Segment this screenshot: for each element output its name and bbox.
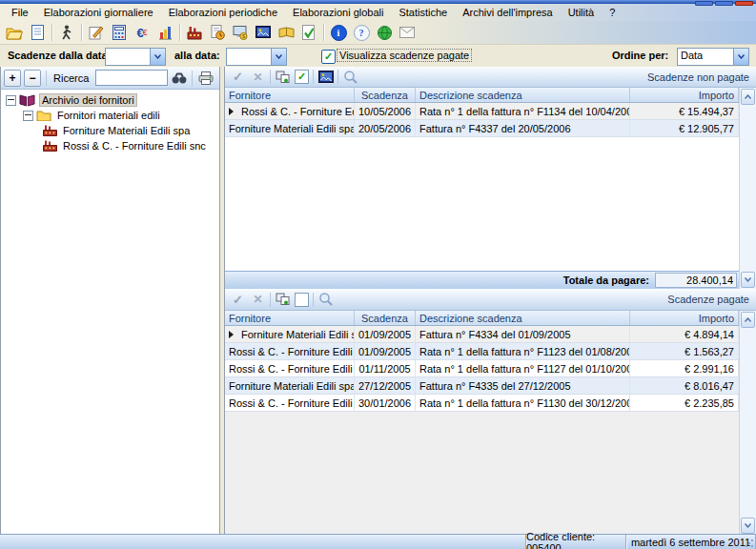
menu-utilita[interactable]: Utilità [561, 5, 603, 20]
document-icon[interactable] [26, 22, 49, 43]
menu-elaborazioni-periodiche[interactable]: Elaborazioni periodiche [161, 5, 285, 20]
cell-importo: € 2.235,85 [630, 395, 739, 411]
window-controls [695, 1, 753, 6]
menu-elaborazioni-giornaliere[interactable]: Elaborazioni giornaliere [36, 5, 161, 20]
factory-icon[interactable] [183, 22, 206, 43]
cancel-icon[interactable]: ✕ [250, 292, 266, 308]
table-row[interactable]: Forniture Materiali Edili spa 01/09/2005… [225, 326, 739, 343]
column-header-fornitore[interactable]: Fornitore [225, 88, 355, 102]
bar-chart-icon[interactable] [153, 22, 176, 43]
maximize-button[interactable] [715, 1, 733, 6]
open-folder-icon[interactable] [3, 22, 26, 43]
unpaid-table: Fornitore Scadenza Descrizione scadenza … [225, 88, 739, 289]
cell-fornitore: Forniture Materiali Edili spa [241, 329, 355, 340]
status-date: martedì 6 settembre 2011 [626, 535, 756, 549]
paid-section: ✓ ✕ Scadenze pagate F [225, 289, 756, 535]
magnifier-icon[interactable] [317, 292, 334, 308]
tree-node-label[interactable]: Fornitori materiali edili [55, 110, 162, 121]
paid-table-header: Fornitore Scadenza Descrizione scadenza … [225, 311, 739, 326]
menu-archivi-impresa[interactable]: Archivi dell'impresa [455, 5, 560, 20]
money-computer-icon[interactable]: $ [229, 22, 252, 43]
remove-supplier-button[interactable]: − [24, 70, 41, 87]
paid-toolbar: ✓ ✕ Scadenze pagate [225, 289, 756, 311]
post-payment-icon[interactable] [275, 69, 291, 85]
table-row[interactable]: Forniture Materiali Edili spa 20/05/2006… [225, 120, 739, 137]
search-label: Ricerca [51, 72, 91, 84]
clock-document-icon[interactable] [206, 22, 229, 43]
check-sheet-icon[interactable] [297, 22, 320, 43]
table-row[interactable]: Rossi & C. - Forniture Edili snc 30/01/2… [225, 395, 739, 412]
table-row[interactable]: Rossi & C. - Forniture Edili snc 01/11/2… [225, 360, 739, 377]
factory-icon [43, 125, 57, 136]
tree-node-label[interactable]: Rossi & C. - Forniture Edili snc [61, 140, 208, 152]
print-icon[interactable] [197, 70, 214, 86]
scroll-up-icon[interactable] [741, 89, 755, 105]
edit-pen-icon[interactable] [85, 22, 108, 43]
walking-person-icon[interactable] [55, 22, 78, 43]
info-icon[interactable]: i [327, 22, 350, 43]
calculator-icon[interactable] [108, 22, 131, 43]
yellow-book-icon[interactable] [275, 22, 297, 43]
scroll-down-icon[interactable] [741, 272, 755, 288]
column-header-importo[interactable]: Importo [630, 88, 739, 102]
globe-icon[interactable] [373, 22, 396, 43]
search-input[interactable] [95, 70, 168, 86]
post-payment-icon[interactable] [275, 292, 291, 308]
chevron-down-icon[interactable] [271, 49, 286, 65]
show-paid-checkbox[interactable]: ✓ [321, 50, 336, 64]
help-icon[interactable]: ? [350, 22, 373, 43]
suppliers-tree: Archivio dei fornitori Fornitori materia… [1, 90, 219, 534]
tree-node-forniture-spa[interactable]: Forniture Materiali Edili spa [1, 123, 219, 138]
table-row[interactable]: Forniture Materiali Edili spa 27/12/2005… [225, 377, 739, 395]
menu-elaborazioni-globali[interactable]: Elaborazioni globali [285, 5, 391, 20]
image-preview-icon[interactable] [317, 69, 334, 85]
tree-node-archivio[interactable]: Archivio dei fornitori [1, 92, 219, 108]
scroll-down-icon[interactable] [741, 518, 755, 534]
close-button[interactable] [735, 1, 753, 6]
confirm-icon[interactable]: ✓ [230, 69, 246, 85]
order-by-combobox[interactable]: Data [677, 48, 749, 66]
scroll-up-icon[interactable] [741, 312, 755, 328]
menu-statistiche[interactable]: Statistiche [391, 5, 455, 20]
unpaid-scrollbar[interactable] [739, 88, 756, 289]
chevron-down-icon[interactable] [150, 49, 165, 65]
to-date-label: alla data: [174, 50, 220, 61]
tree-node-fornitori-materiali[interactable]: Fornitori materiali edili [1, 108, 219, 123]
column-header-fornitore[interactable]: Fornitore [225, 311, 355, 325]
monitor-image-icon[interactable] [252, 22, 275, 43]
tree-node-label[interactable]: Forniture Materiali Edili spa [61, 125, 192, 136]
cell-descrizione: Rata n° 1 della fattura n° F1134 del 10/… [416, 103, 630, 119]
menu-bar: File Elaborazioni giornaliere Elaborazio… [0, 4, 756, 21]
table-row[interactable]: Rossi & C. - Forniture Edili snc 01/09/2… [225, 343, 739, 360]
column-header-importo[interactable]: Importo [630, 311, 739, 325]
collapse-expander[interactable] [23, 111, 33, 121]
envelope-icon[interactable] [396, 22, 419, 43]
toolbar-separator [51, 24, 52, 41]
tree-node-rossi-snc[interactable]: Rossi & C. - Forniture Edili snc [1, 138, 219, 153]
column-header-descrizione[interactable]: Descrizione scadenza [416, 88, 630, 102]
chevron-down-icon[interactable] [733, 49, 748, 65]
minimize-button[interactable] [695, 1, 713, 6]
resize-grip[interactable] [745, 539, 754, 548]
cell-fornitore: Forniture Materiali Edili spa [225, 377, 355, 394]
confirm-icon[interactable]: ✓ [230, 292, 246, 308]
column-header-scadenza[interactable]: Scadenza [355, 88, 416, 102]
column-header-scadenza[interactable]: Scadenza [355, 311, 416, 325]
binoculars-icon[interactable] [171, 70, 187, 86]
cancel-icon[interactable]: ✕ [250, 69, 266, 85]
collapse-expander[interactable] [6, 95, 16, 106]
add-supplier-button[interactable]: + [4, 70, 21, 87]
to-date-combobox[interactable] [226, 48, 287, 66]
menu-file[interactable]: File [4, 5, 36, 20]
menu-help[interactable]: ? [602, 5, 623, 20]
euro-conversion-icon[interactable]: €€ [131, 22, 153, 43]
magnifier-icon[interactable] [342, 69, 358, 85]
table-row[interactable]: Rossi & C. - Forniture Edili snc 10/05/2… [225, 103, 739, 120]
paid-flag-checkbox-empty[interactable] [295, 293, 309, 307]
column-header-descrizione[interactable]: Descrizione scadenza [416, 311, 630, 325]
paid-flag-checkbox-checked[interactable]: ✓ [295, 70, 309, 84]
show-paid-label[interactable]: Visualizza scadenze pagate [337, 50, 471, 61]
tree-node-label[interactable]: Archivio dei fornitori [39, 93, 137, 107]
paid-scrollbar[interactable] [739, 311, 756, 535]
from-date-combobox[interactable] [105, 48, 166, 66]
